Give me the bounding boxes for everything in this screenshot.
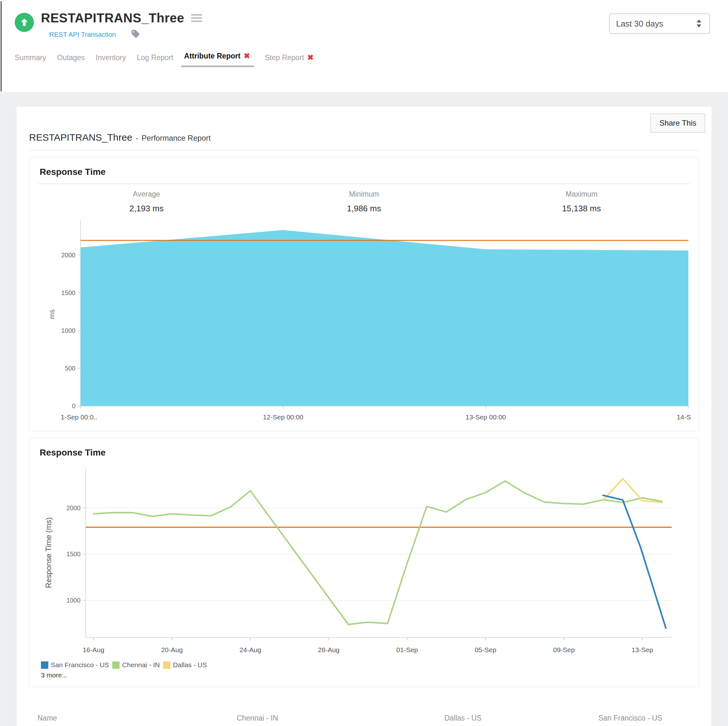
panel-title: Response Time <box>40 448 690 458</box>
svg-text:1-Sep 00:0..: 1-Sep 00:0.. <box>61 413 97 421</box>
legend-item-san-francisco[interactable]: San Francisco - US <box>41 661 109 669</box>
svg-text:1500: 1500 <box>61 289 76 297</box>
stat-value: 15,138 ms <box>473 204 690 214</box>
svg-text:05-Sep: 05-Sep <box>475 646 497 653</box>
svg-text:24-Aug: 24-Aug <box>240 646 261 653</box>
col-header-chennai: Chennai - IN <box>237 708 444 726</box>
menu-icon[interactable] <box>191 12 202 24</box>
tab-outages[interactable]: Outages <box>57 53 85 67</box>
response-time-stats: Average 2,193 ms Minimum 1,986 ms Maximu… <box>38 190 690 214</box>
svg-text:1000: 1000 <box>61 327 76 334</box>
table-header-row: Name Chennai - IN Dallas - US San Franci… <box>29 708 699 726</box>
svg-text:13-Sep 00:00: 13-Sep 00:00 <box>465 413 506 421</box>
svg-text:28-Aug: 28-Aug <box>318 646 340 653</box>
page-body: Share This RESTAPITRANS_Three - Performa… <box>0 92 728 726</box>
monitor-up-status-icon <box>15 13 34 32</box>
time-period-select[interactable]: Last 30 days <box>609 14 710 34</box>
col-header-san-francisco: San Francisco - US <box>598 708 699 726</box>
tab-step-report[interactable]: Step Report✖ <box>265 53 314 67</box>
svg-text:1000: 1000 <box>66 597 81 604</box>
tab-attribute-report[interactable]: Attribute Report✖ <box>181 52 254 67</box>
page-title: RESTAPITRANS_Three <box>41 11 184 25</box>
panel-title: Response Time <box>40 167 690 177</box>
stat-label: Average <box>38 190 255 199</box>
app-header: RESTAPITRANS_Three REST API Transaction … <box>0 0 728 92</box>
svg-text:0: 0 <box>72 402 75 410</box>
svg-text:ms: ms <box>48 309 56 319</box>
svg-text:1500: 1500 <box>66 550 81 558</box>
svg-text:01-Sep: 01-Sep <box>396 646 418 653</box>
close-icon[interactable]: ✖ <box>244 52 250 60</box>
stat-label: Maximum <box>473 190 690 199</box>
left-edge-divider <box>1 1 2 92</box>
svg-text:13-Sep: 13-Sep <box>632 646 653 653</box>
select-arrows-icon <box>695 18 703 29</box>
svg-text:2000: 2000 <box>66 504 81 512</box>
tag-icon[interactable] <box>131 29 140 40</box>
tabs-nav: Summary Outages Inventory Log Report Att… <box>15 52 710 67</box>
panel-divider <box>38 183 690 184</box>
share-this-button[interactable]: Share This <box>650 113 705 133</box>
stat-value: 1,986 ms <box>255 204 473 214</box>
legend-swatch <box>163 662 170 669</box>
response-time-summary-panel: Response Time Average 2,193 ms Minimum 1… <box>29 157 699 431</box>
svg-text:16-Aug: 16-Aug <box>83 646 104 653</box>
response-time-area-chart[interactable]: 05001000150020001-Sep 00:0..12-Sep 00:00… <box>38 217 691 425</box>
response-time-line-chart[interactable]: 10001500200016-Aug20-Aug24-Aug28-Aug01-S… <box>38 464 691 659</box>
stat-minimum: Minimum 1,986 ms <box>255 190 473 214</box>
time-period-value: Last 30 days <box>616 19 663 29</box>
stat-label: Minimum <box>255 190 473 199</box>
title-divider <box>29 150 699 151</box>
steps-table: Name Chennai - IN Dallas - US San Franci… <box>29 708 699 726</box>
tab-summary[interactable]: Summary <box>15 53 46 67</box>
arrow-up-icon <box>19 17 30 28</box>
close-icon[interactable]: ✖ <box>307 53 314 62</box>
legend-item-chennai[interactable]: Chennai - IN <box>112 661 160 669</box>
report-title: RESTAPITRANS_Three - Performance Report <box>16 107 712 143</box>
response-time-locations-panel: Response Time 10001500200016-Aug20-Aug24… <box>29 438 699 687</box>
legend-more-link[interactable]: 3 more... <box>41 671 690 679</box>
chart-legend: San Francisco - US Chennai - IN Dallas -… <box>41 661 690 669</box>
report-subtitle: Performance Report <box>142 134 211 142</box>
legend-swatch <box>112 662 119 669</box>
col-header-dallas: Dallas - US <box>444 708 598 726</box>
svg-text:Response Time (ms): Response Time (ms) <box>44 517 53 588</box>
legend-item-dallas[interactable]: Dallas - US <box>163 661 207 669</box>
report-title-main: RESTAPITRANS_Three <box>29 132 132 142</box>
legend-swatch <box>41 662 48 669</box>
col-header-name: Name <box>29 708 237 726</box>
stat-average: Average 2,193 ms <box>38 190 255 214</box>
svg-text:14-S: 14-S <box>677 413 691 421</box>
tab-log-report[interactable]: Log Report <box>137 53 173 67</box>
svg-text:2000: 2000 <box>61 252 76 258</box>
svg-text:09-Sep: 09-Sep <box>553 646 575 653</box>
monitor-type-link[interactable]: REST API Transaction <box>49 31 116 38</box>
svg-text:500: 500 <box>65 365 75 372</box>
stat-maximum: Maximum 15,138 ms <box>473 190 690 214</box>
report-card: Share This RESTAPITRANS_Three - Performa… <box>16 106 712 726</box>
tab-inventory[interactable]: Inventory <box>96 53 126 67</box>
svg-text:20-Aug: 20-Aug <box>161 646 183 653</box>
report-title-separator: - <box>136 134 138 142</box>
svg-text:12-Sep 00:00: 12-Sep 00:00 <box>263 413 303 421</box>
stat-value: 2,193 ms <box>38 204 255 214</box>
